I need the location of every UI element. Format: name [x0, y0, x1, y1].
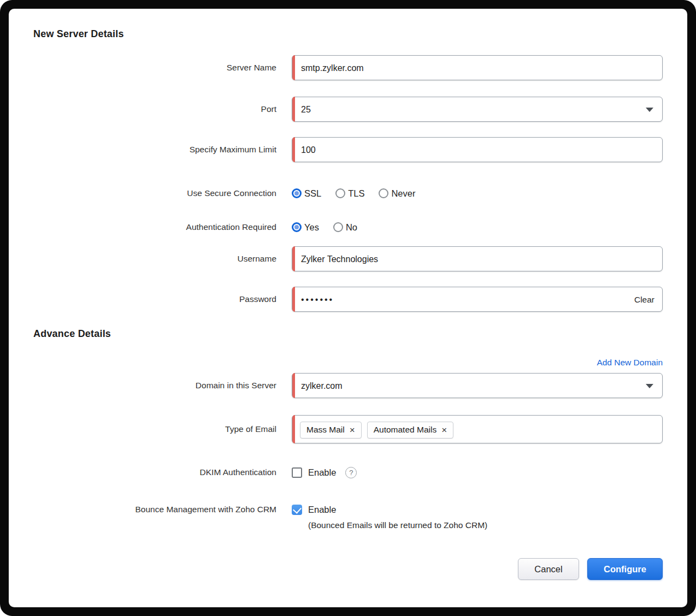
add-domain-row: Add New Domain	[33, 358, 663, 368]
email-type-input[interactable]: Mass Mail × Automated Mails ×	[292, 415, 663, 443]
radio-selected-icon[interactable]	[292, 188, 302, 198]
radio-option-never[interactable]: Never	[379, 188, 415, 199]
radio-selected-icon[interactable]	[292, 222, 302, 232]
password-label: Password	[33, 287, 276, 312]
chip-remove-icon[interactable]: ×	[350, 425, 355, 435]
dkim-checkbox-label: Enable	[308, 467, 336, 478]
dkim-enable-line: Enable ?	[292, 465, 663, 479]
dkim-label: DKIM Authentication	[33, 465, 276, 479]
server-name-value: smtp.zylker.com	[301, 56, 364, 81]
chevron-down-icon[interactable]	[646, 384, 653, 388]
chevron-down-icon[interactable]	[646, 108, 653, 112]
chip-remove-icon[interactable]: ×	[441, 425, 447, 435]
bounce-note: (Bounced Emails will be returned to Zoho…	[308, 520, 663, 530]
username-value: Zylker Technologies	[301, 247, 378, 272]
radio-label-yes: Yes	[304, 222, 319, 233]
secure-connection-radio-group: SSL TLS Never	[292, 186, 663, 200]
dkim-checkbox-unchecked[interactable]	[292, 467, 302, 478]
username-label: Username	[33, 246, 276, 271]
chip-label: Automated Mails	[374, 425, 437, 435]
max-limit-input[interactable]: 100	[292, 137, 663, 162]
radio-label-never: Never	[391, 188, 415, 199]
configure-button[interactable]: Configure	[587, 558, 663, 580]
radio-unselected-icon[interactable]	[333, 222, 343, 232]
section-title-new-server-details: New Server Details	[33, 28, 124, 40]
port-value: 25	[301, 97, 311, 122]
email-type-chips: Mass Mail × Automated Mails ×	[300, 416, 453, 444]
max-limit-value: 100	[301, 138, 316, 163]
radio-label-ssl: SSL	[304, 188, 321, 199]
domain-dropdown[interactable]: zylker.com	[292, 373, 663, 398]
help-icon[interactable]: ?	[345, 467, 357, 478]
secure-connection-label: Use Secure Connection	[33, 186, 276, 200]
dialog-action-buttons: Cancel Configure	[518, 558, 663, 580]
cancel-button[interactable]: Cancel	[518, 558, 579, 580]
radio-option-ssl[interactable]: SSL	[292, 188, 321, 199]
bounce-label: Bounce Management with Zoho CRM	[33, 502, 276, 517]
add-new-domain-link[interactable]: Add New Domain	[597, 358, 663, 367]
radio-unselected-icon[interactable]	[335, 188, 345, 198]
domain-label: Domain in this Server	[33, 373, 276, 398]
server-name-label: Server Name	[33, 55, 276, 80]
port-label: Port	[33, 97, 276, 122]
server-details-dialog: New Server Details Server Name smtp.zylk…	[9, 9, 687, 607]
bounce-enable-line: Enable	[292, 502, 663, 517]
radio-label-tls: TLS	[348, 188, 364, 199]
bounce-checkbox-checked[interactable]	[292, 505, 302, 515]
password-clear-button[interactable]: Clear	[634, 287, 654, 312]
max-limit-label: Specify Maximum Limit	[33, 137, 276, 162]
radio-option-yes[interactable]: Yes	[292, 222, 319, 233]
server-name-input[interactable]: smtp.zylker.com	[292, 55, 663, 80]
password-masked-value: •••••••	[301, 287, 334, 312]
username-input[interactable]: Zylker Technologies	[292, 246, 663, 271]
auth-required-radio-group: Yes No	[292, 220, 663, 234]
port-dropdown[interactable]: 25	[292, 97, 663, 122]
email-type-label: Type of Email	[33, 415, 276, 443]
radio-unselected-icon[interactable]	[379, 188, 388, 198]
radio-option-no[interactable]: No	[333, 222, 357, 233]
bounce-checkbox-label: Enable	[308, 505, 336, 515]
auth-required-label: Authentication Required	[33, 220, 276, 234]
chip-label: Mass Mail	[306, 425, 345, 435]
section-title-advance-details: Advance Details	[33, 328, 111, 340]
radio-option-tls[interactable]: TLS	[335, 188, 364, 199]
domain-value: zylker.com	[301, 374, 343, 399]
window-frame: New Server Details Server Name smtp.zylk…	[0, 0, 696, 616]
radio-label-no: No	[346, 222, 357, 233]
chip-mass-mail: Mass Mail ×	[300, 422, 362, 439]
password-input[interactable]: ••••••• Clear	[292, 287, 663, 312]
chip-automated-mails: Automated Mails ×	[367, 422, 453, 439]
